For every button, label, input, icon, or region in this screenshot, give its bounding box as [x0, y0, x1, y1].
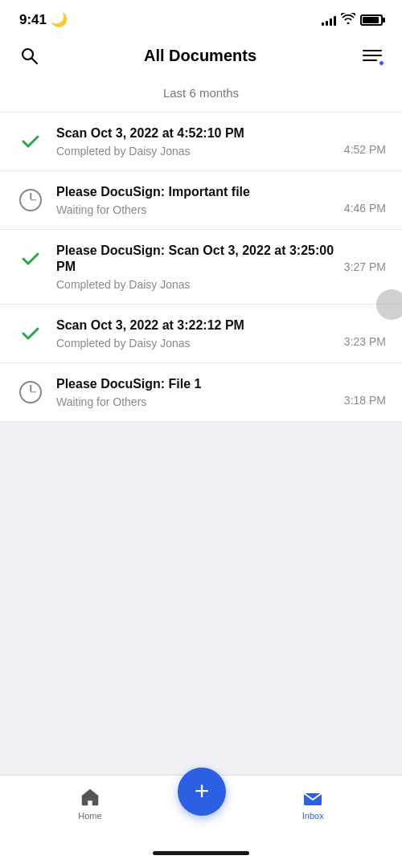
search-button[interactable]	[16, 43, 42, 68]
doc-time: 3:27 PM	[344, 260, 386, 273]
document-list: Scan Oct 3, 2022 at 4:52:10 PM Completed…	[0, 113, 402, 422]
status-icon-waiting	[16, 186, 45, 215]
doc-content: Scan Oct 3, 2022 at 4:52:10 PM Completed…	[56, 125, 336, 158]
clock-icon	[19, 189, 42, 211]
signal-icon	[322, 14, 336, 26]
doc-time: 4:46 PM	[344, 202, 386, 215]
svg-line-1	[32, 59, 38, 64]
header: All Documents	[0, 35, 402, 78]
empty-area	[0, 422, 402, 775]
status-icons	[322, 13, 383, 27]
doc-content: Please DocuSign: File 1 Waiting for Othe…	[56, 376, 336, 408]
status-icon-completed	[16, 319, 45, 348]
status-icon-completed	[16, 127, 45, 156]
doc-time: 4:52 PM	[344, 143, 386, 156]
moon-icon: 🌙	[51, 12, 68, 27]
doc-title: Scan Oct 3, 2022 at 3:22:12 PM	[56, 317, 336, 334]
doc-subtitle: Completed by Daisy Jonas	[56, 145, 336, 158]
wifi-icon	[341, 13, 355, 27]
doc-subtitle: Waiting for Others	[56, 203, 336, 216]
doc-title: Please DocuSign: Important file	[56, 184, 336, 201]
doc-title: Please DocuSign: File 1	[56, 376, 336, 393]
fab-plus-icon: +	[195, 778, 210, 804]
doc-time: 3:18 PM	[344, 394, 386, 407]
tab-inbox-label: Inbox	[302, 811, 324, 821]
list-item[interactable]: Please DocuSign: Scan Oct 3, 2022 at 3:2…	[0, 230, 402, 305]
list-item[interactable]: Please DocuSign: Important file Waiting …	[0, 171, 402, 230]
doc-content: Please DocuSign: Important file Waiting …	[56, 184, 336, 216]
time-text: 9:41	[19, 12, 47, 27]
filter-button[interactable]	[359, 43, 386, 68]
battery-icon	[360, 14, 383, 26]
doc-title: Please DocuSign: Scan Oct 3, 2022 at 3:2…	[56, 243, 336, 276]
clock-icon	[19, 381, 42, 403]
home-indicator-wrapper	[0, 846, 402, 868]
status-bar: 9:41 🌙	[0, 0, 402, 35]
doc-title: Scan Oct 3, 2022 at 4:52:10 PM	[56, 125, 336, 142]
tab-inbox[interactable]: Inbox	[286, 784, 340, 824]
tab-home-label: Home	[78, 811, 101, 821]
document-list-wrapper: Scan Oct 3, 2022 at 4:52:10 PM Completed…	[0, 113, 402, 422]
doc-time: 3:23 PM	[344, 335, 386, 348]
filter-dot	[379, 60, 384, 66]
doc-subtitle: Waiting for Others	[56, 395, 336, 408]
home-icon	[80, 787, 100, 808]
list-item[interactable]: Scan Oct 3, 2022 at 4:52:10 PM Completed…	[0, 113, 402, 171]
scroll-handle	[376, 289, 402, 320]
date-filter: Last 6 months	[0, 78, 402, 113]
list-item[interactable]: Scan Oct 3, 2022 at 3:22:12 PM Completed…	[0, 305, 402, 363]
tab-bar: Home + Inbox	[0, 775, 402, 846]
doc-content: Scan Oct 3, 2022 at 3:22:12 PM Completed…	[56, 317, 336, 350]
status-icon-completed	[16, 244, 45, 273]
doc-subtitle: Completed by Daisy Jonas	[56, 337, 336, 350]
status-time: 9:41 🌙	[19, 11, 68, 28]
doc-content: Please DocuSign: Scan Oct 3, 2022 at 3:2…	[56, 243, 336, 292]
search-icon	[19, 46, 39, 65]
page-title: All Documents	[144, 47, 256, 65]
doc-subtitle: Completed by Daisy Jonas	[56, 278, 336, 291]
inbox-icon	[302, 787, 323, 808]
status-icon-waiting	[16, 378, 45, 407]
fab-add-button[interactable]: +	[178, 768, 226, 816]
tab-home[interactable]: Home	[62, 784, 117, 824]
list-item[interactable]: Please DocuSign: File 1 Waiting for Othe…	[0, 363, 402, 422]
home-indicator	[153, 851, 249, 855]
date-filter-text: Last 6 months	[163, 86, 239, 100]
